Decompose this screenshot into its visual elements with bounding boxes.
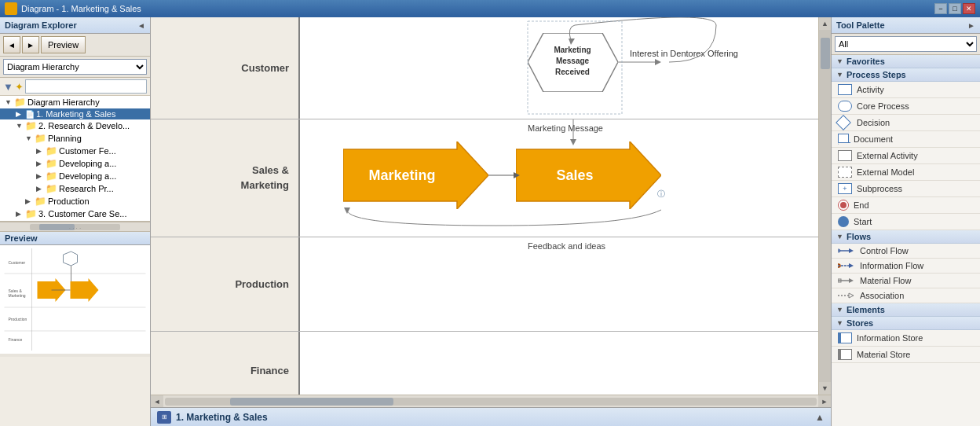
- status-expand-button[interactable]: ▲: [815, 412, 825, 423]
- shape-marketing-received[interactable]: Marketing Message Received: [528, 33, 618, 92]
- tree-label: 2. Research & Develo...: [38, 121, 130, 130]
- title-bar: Diagram - 1. Marketing & Sales − □ ✕: [0, 0, 980, 17]
- window-controls: − □ ✕: [934, 3, 975, 14]
- hscroll-left-arrow[interactable]: ◄: [151, 395, 163, 407]
- lane-production-content: Feedback and ideas Production Order: [300, 237, 818, 331]
- vscroll-thumb[interactable]: [821, 38, 830, 69]
- svg-marker-19: [655, 59, 661, 65]
- tree-item-production[interactable]: ▶ 📁 Production: [0, 195, 150, 207]
- shape-marketing[interactable]: Marketing: [343, 141, 488, 209]
- tree-expander: ▶: [36, 147, 46, 155]
- palette-section-favorites-header[interactable]: ▼ Favorites: [832, 55, 980, 68]
- document-label: Document: [854, 134, 893, 144]
- palette-item-information-flow[interactable]: Information Flow: [832, 259, 980, 274]
- back-button[interactable]: ◄: [3, 36, 20, 53]
- folder-icon: 📁: [46, 158, 57, 169]
- hscroll-thumb[interactable]: [230, 398, 393, 406]
- document-icon: [838, 134, 849, 145]
- filter-icon[interactable]: ▼: [3, 81, 13, 93]
- favorites-collapse-icon: ▼: [836, 57, 843, 65]
- svg-text:Marketing: Marketing: [9, 293, 26, 298]
- palette-item-external-activity[interactable]: External Activity: [832, 148, 980, 164]
- status-title: 1. Marketing & Sales: [176, 412, 810, 423]
- palette-section-flows-header[interactable]: ▼ Flows: [832, 230, 980, 244]
- vscroll-down-arrow[interactable]: ▼: [819, 382, 831, 395]
- palette-item-control-flow[interactable]: Control Flow: [832, 244, 980, 259]
- tree-expander: ▶: [16, 110, 25, 118]
- tree-item-root[interactable]: ▼ 📁 Diagram Hierarchy: [0, 96, 150, 108]
- tree-item-developing2[interactable]: ▶ 📁 Developing a...: [0, 170, 150, 182]
- svg-text:Message: Message: [556, 57, 590, 65]
- tree-container: ▼ 📁 Diagram Hierarchy ▶ 📄 1. Marketing &…: [0, 96, 150, 222]
- hierarchy-dropdown[interactable]: Diagram Hierarchy: [3, 59, 147, 75]
- minimize-button[interactable]: −: [934, 3, 947, 14]
- subprocess-icon: +: [838, 183, 852, 194]
- svg-text:Marketing: Marketing: [554, 46, 591, 54]
- maximize-button[interactable]: □: [949, 3, 961, 14]
- nav-row: ◄ ► Preview: [0, 34, 150, 57]
- palette-section-stores-header[interactable]: ▼ Stores: [832, 317, 980, 330]
- core-process-label: Core Process: [857, 101, 909, 111]
- lane-customer: Customer Marketing Message Received: [151, 17, 818, 119]
- end-label: End: [854, 200, 869, 210]
- palette-section-stores: ▼ Stores Information Store Material Stor…: [832, 317, 980, 363]
- tree-item-developing1[interactable]: ▶ 📁 Developing a...: [0, 157, 150, 170]
- tree-hscroll[interactable]: . . . .: [0, 222, 150, 231]
- palette-item-external-model[interactable]: External Model: [832, 164, 980, 181]
- palette-item-end[interactable]: End: [832, 197, 980, 214]
- tree-label: Production: [48, 196, 90, 206]
- diagram-canvas: Customer Marketing Message Received: [151, 17, 818, 395]
- tree-item-planning[interactable]: ▼ 📁 Planning: [0, 132, 150, 145]
- right-collapse-button[interactable]: ►: [967, 21, 975, 30]
- palette-item-material-store[interactable]: Material Store: [832, 347, 980, 363]
- preview-panel-header: Preview: [0, 232, 150, 245]
- folder-icon: 📁: [35, 133, 46, 144]
- palette-item-activity[interactable]: Activity: [832, 82, 980, 98]
- favorites-label: Favorites: [847, 57, 885, 66]
- window-title: Diagram - 1. Marketing & Sales: [21, 4, 934, 13]
- palette-section-process-header[interactable]: ▼ Process Steps: [832, 68, 980, 82]
- svg-marker-38: [849, 248, 854, 253]
- external-model-icon: [838, 167, 852, 178]
- information-store-label: Information Store: [857, 333, 923, 343]
- palette-filter-dropdown[interactable]: All All Favorites Process Steps Flows El…: [835, 36, 977, 52]
- sales-info-icon: ⓘ: [657, 189, 665, 200]
- tree-item-customer-care[interactable]: ▶ 📁 3. Customer Care Se...: [0, 207, 150, 220]
- star-icon[interactable]: ✦: [15, 81, 24, 93]
- palette-item-document[interactable]: Document: [832, 131, 980, 148]
- tree-item-marketing-sales[interactable]: ▶ 📄 1. Marketing & Sales: [0, 108, 150, 119]
- palette-item-subprocess[interactable]: + Subprocess: [832, 181, 980, 197]
- information-flow-label: Information Flow: [860, 261, 923, 270]
- close-button[interactable]: ✕: [963, 3, 975, 14]
- elements-label: Elements: [847, 305, 885, 314]
- vscroll-up-arrow[interactable]: ▲: [819, 17, 831, 30]
- filter-input[interactable]: [25, 79, 147, 94]
- palette-item-association[interactable]: Association: [832, 288, 980, 303]
- tree-item-research[interactable]: ▼ 📁 2. Research & Develo...: [0, 119, 150, 132]
- diagram-vertical-scrollbar[interactable]: ▲ ▼: [818, 17, 831, 395]
- tree-label: 1. Marketing & Sales: [36, 109, 116, 119]
- shape-sales[interactable]: Sales: [516, 141, 661, 209]
- forward-button[interactable]: ►: [22, 36, 39, 53]
- svg-marker-47: [849, 293, 854, 298]
- palette-item-start[interactable]: Start: [832, 214, 980, 230]
- subprocess-label: Subprocess: [857, 184, 902, 193]
- tree-label: Developing a...: [59, 159, 116, 168]
- palette-item-material-flow[interactable]: Material Flow: [832, 274, 980, 288]
- palette-item-core-process[interactable]: Core Process: [832, 98, 980, 115]
- hscroll-right-arrow[interactable]: ►: [818, 395, 831, 407]
- tree-item-research-proj[interactable]: ▶ 📁 Research Pr...: [0, 182, 150, 195]
- lane-finance: Finance Customer Purchase Order: [151, 332, 818, 395]
- diagram-horizontal-scrollbar[interactable]: ◄ ►: [151, 395, 831, 407]
- tree-item-customerfe[interactable]: ▶ 📁 Customer Fe...: [0, 145, 150, 157]
- status-bar: ⊞ 1. Marketing & Sales ▲: [151, 407, 831, 426]
- stores-label: Stores: [847, 318, 873, 328]
- palette-item-decision[interactable]: Decision: [832, 115, 980, 131]
- left-collapse-button[interactable]: ◄: [137, 21, 145, 30]
- right-panel: Tool Palette ► All All Favorites Process…: [831, 17, 980, 426]
- palette-item-information-store[interactable]: Information Store: [832, 330, 980, 347]
- palette-section-elements-header[interactable]: ▼ Elements: [832, 303, 980, 317]
- preview-button[interactable]: Preview: [41, 36, 86, 53]
- lane-label-sales: Sales & Marketing: [151, 119, 300, 237]
- elements-collapse-icon: ▼: [836, 306, 843, 314]
